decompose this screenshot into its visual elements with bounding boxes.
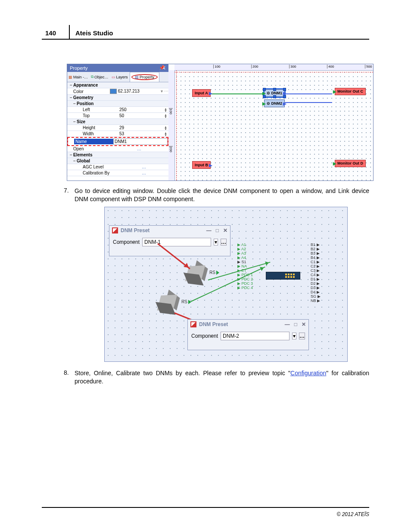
dnm-preset-dialog-1[interactable]: DNM Preset —□✕ Component ▾ … [109,225,230,256]
configuration-link[interactable]: Configuration [290,370,326,376]
position-header[interactable]: Position [77,101,113,106]
tab-property[interactable]: ▤ Property [130,72,160,82]
color-value[interactable]: 62.137.213 [118,89,140,93]
component-label: Component [113,239,140,245]
maximize-icon[interactable]: □ [294,321,297,327]
step-7: 7. Go to device editing window. Double c… [64,187,369,203]
node-dnm2[interactable]: ▶⊝ DNM2▶ [264,100,285,107]
minimize-icon[interactable]: — [285,321,290,327]
height-value[interactable]: 29 [119,125,164,130]
cal-value[interactable]: … [119,171,168,175]
ruler-horizontal: 100 200 300 400 500 [174,64,373,71]
agc-label: AGC Level [73,165,119,169]
more-button[interactable]: … [299,333,305,339]
maximize-icon[interactable]: □ [216,227,219,233]
doc-title: Ateis Studio [75,29,113,37]
property-titlebar: Property 📌 ✕ [67,64,168,72]
footer-rule [42,507,369,508]
app-icon [112,227,118,233]
global-header[interactable]: Global [77,159,113,163]
dropdown-icon[interactable]: ▾ [292,333,296,339]
wire[interactable] [211,93,263,94]
node-dnm1[interactable]: ▶⊝ DNM1▶ [264,89,285,97]
port-column-right: B1 ▶B2 ▶ B3 ▶B4 ▶ C1 ▶C2 ▶ C3 ▶C4 ▶ D1 ▶… [311,243,321,303]
step-text: Go to device editing window. Double clic… [75,187,369,203]
height-label: Height [73,125,119,130]
top-value[interactable]: 50 [119,113,164,118]
open-value[interactable]: … [110,146,168,151]
appearance-header[interactable]: Appearance [73,83,110,87]
width-label: Width [73,131,119,136]
component-input[interactable] [221,332,290,340]
elements-header[interactable]: Elements [73,152,110,157]
close-icon[interactable]: ✕ [302,321,306,327]
size-header[interactable]: Size [77,119,113,124]
ruler-vertical: 100 200 [168,70,175,180]
color-label: Color [73,89,110,94]
step-8: 8. Store, Online, Calibrate two DNMs by … [64,369,369,386]
geometry-header[interactable]: Geometry [73,95,110,100]
component-input[interactable] [142,238,211,246]
design-canvas[interactable]: 100 200 300 400 500 100 200 Input A▶ Inp… [168,64,373,180]
dropdown-icon[interactable]: ▾ [214,239,218,246]
component-label: Component [191,333,218,339]
open-label: Open [73,146,110,151]
wire[interactable] [285,93,332,94]
step-number: 8. [64,369,69,376]
node-monitor-d[interactable]: ▶Monitor Out D [335,160,366,167]
agc-value[interactable]: … [119,165,168,169]
page-number: 140 [45,29,56,37]
minimize-icon[interactable]: — [206,227,212,233]
property-screenshot: Property 📌 ✕ ▦Main -… ⧉Objec… ▭Layers ▤ … [67,64,374,181]
copyright: © 2012 ATEÏS [336,511,369,517]
spinner-icon[interactable]: ▲▼ [164,126,168,130]
node-input-b[interactable]: Input B▶ [192,161,211,169]
cal-label: Calibration By [73,171,119,175]
device-block[interactable] [266,272,300,280]
spinner-icon[interactable]: ▲▼ [164,132,168,136]
dnm-preset-screenshot: DNM Preset —□✕ Component ▾ … RS RS ▶ A1 … [104,207,348,362]
device-cube-2[interactable] [156,292,180,316]
color-swatch[interactable] [110,89,117,94]
property-title-text: Property [70,65,88,71]
guide-vertical [176,70,177,180]
more-button[interactable]: … [221,239,227,246]
app-icon [190,321,196,327]
pin-icon[interactable]: 📌 [159,65,165,71]
width-value[interactable]: 53 [119,131,164,136]
tab-objects[interactable]: ⧉Objec… [90,72,110,82]
tab-main[interactable]: ▦Main -… [67,72,89,82]
spinner-icon[interactable]: ▲▼ [164,114,168,118]
property-panel: Property 📌 ✕ ▦Main -… ⧉Objec… ▭Layers ▤ … [67,64,168,180]
node-input-a[interactable]: Input A▶ [192,89,211,97]
close-icon[interactable]: ✕ [223,227,227,233]
name-label: Name [74,139,113,144]
rs-label: RS [181,299,191,304]
left-value[interactable]: 250 [119,107,164,112]
step-text: Store, Online, Calibrate two DNMs by eac… [75,369,369,386]
dialog-title: DNM Preset [121,227,149,233]
header-divider [69,25,70,40]
property-tabs: ▦Main -… ⧉Objec… ▭Layers ▤ Property [67,72,168,82]
left-label: Left [73,107,119,112]
port-column-left: ▶ A1 ▶ A2 ▶ A3 ▶ A4 ▶ S1 ▶ NA ▶ ET ▶ PDC… [237,243,253,290]
rs-label: RS [209,270,219,275]
spinner-icon[interactable]: ▲▼ [164,108,168,112]
top-label: Top [73,113,119,118]
dialog-title: DNM Preset [199,321,228,327]
name-input[interactable] [113,138,168,145]
node-monitor-c[interactable]: ▶Monitor Out C [335,88,366,95]
wire[interactable] [285,102,332,103]
tab-layers[interactable]: ▭Layers [110,72,129,82]
guide-horizontal [174,72,373,73]
property-grid: −Appearance Color 62.137.213 ▾ ⋯ −Geomet… [67,82,168,176]
triangle-icon [216,271,219,275]
dnm-preset-dialog-2[interactable]: DNM Preset —□✕ Component ▾ … [187,319,309,350]
header-rule [42,39,369,40]
step-number: 7. [64,187,69,194]
